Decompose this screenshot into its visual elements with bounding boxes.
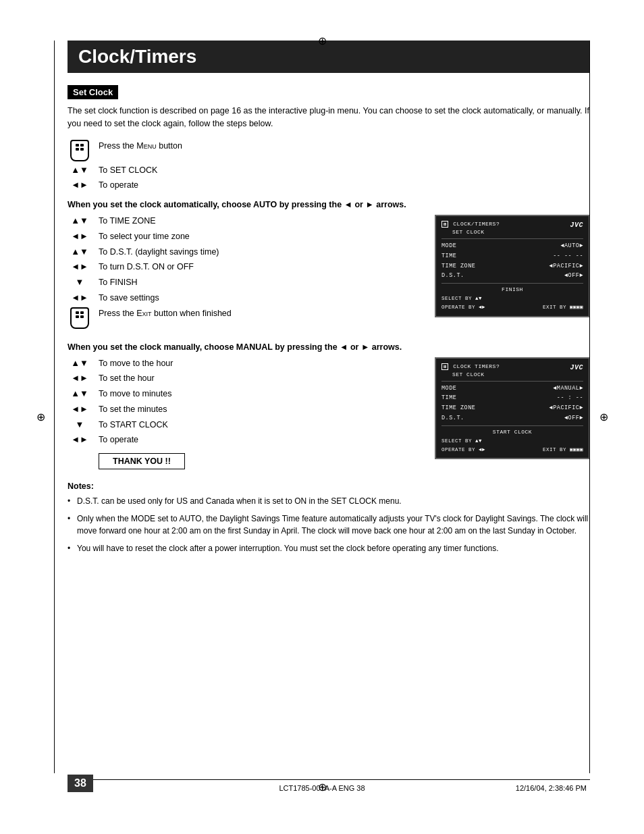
initial-step-2: ▲▼ To SET CLOCK xyxy=(68,164,590,177)
auto-section: ▲▼ To TIME ZONE ◄► To select your time z… xyxy=(68,215,590,332)
auto-instructions: ▲▼ To TIME ZONE ◄► To select your time z… xyxy=(68,215,421,332)
auto-updown-2: ▲▼ xyxy=(68,246,92,258)
manual-step-1: ▲▼ To move to the hour xyxy=(68,357,421,370)
auto-step-7-text: Press the Exit button when finished xyxy=(99,307,232,320)
notes-title: Notes: xyxy=(68,481,590,491)
manual-step-2: ◄► To set the hour xyxy=(68,372,421,385)
auto-down-1: ▼ xyxy=(68,276,92,288)
remote-icon-2 xyxy=(68,307,92,329)
manual-lr-3: ◄► xyxy=(68,434,92,446)
auto-step-4-text: To turn D.S.T. ON or OFF xyxy=(99,261,194,273)
manual-updown-1: ▲▼ xyxy=(68,357,92,369)
initial-step-1: Press the Menu button xyxy=(68,140,590,161)
page-number: 38 xyxy=(68,775,93,792)
manual-step-5: ▼ To START CLOCK xyxy=(68,419,421,432)
note-item-1: D.S.T. can be used only for US and Canad… xyxy=(68,495,590,507)
auto-step-2: ◄► To select your time zone xyxy=(68,230,421,243)
initial-step-3-text: To operate xyxy=(99,179,138,192)
note-item-3: You will have to reset the clock after a… xyxy=(68,542,590,554)
manual-section: ▲▼ To move to the hour ◄► To set the hou… xyxy=(68,357,590,470)
manual-step-5-text: To START CLOCK xyxy=(99,419,168,432)
initial-step-2-text: To SET CLOCK xyxy=(99,164,157,177)
vline-left xyxy=(54,41,55,773)
remote-icon-1 xyxy=(68,140,92,161)
auto-lr-2: ◄► xyxy=(68,261,92,273)
manual-step-6-text: To operate xyxy=(99,434,138,446)
auto-screen: 🖥 CLOCK/TIMERS? SET CLOCK JVC MODE◄AUTO►… xyxy=(435,215,590,332)
crosshair-left: ⊕ xyxy=(35,412,46,423)
initial-step-1-text: Press the Menu button xyxy=(99,140,182,153)
auto-step-3-text: To D.S.T. (daylight savings time) xyxy=(99,246,219,259)
vline-right xyxy=(589,41,590,773)
manual-tv-screen: 🖥 CLOCK TIMERS? SET CLOCK JVC MODE◄MANUA… xyxy=(435,357,590,460)
auto-step-5-text: To FINISH xyxy=(99,276,138,289)
manual-down-1: ▼ xyxy=(68,419,92,431)
manual-screen: 🖥 CLOCK TIMERS? SET CLOCK JVC MODE◄MANUA… xyxy=(435,357,590,470)
intro-text: The set clock function is described on p… xyxy=(68,105,590,130)
initial-step-3: ◄► To operate xyxy=(68,179,590,192)
crosshair-right: ⊕ xyxy=(598,412,609,423)
manual-step-3-text: To move to minutes xyxy=(99,388,171,400)
auto-heading: When you set the clock automatically, ch… xyxy=(68,200,590,209)
auto-lr-3: ◄► xyxy=(68,292,92,304)
thankyou-box: THANK YOU !! xyxy=(99,453,185,469)
manual-step-6: ◄► To operate xyxy=(68,434,421,446)
lr-arrow-1: ◄► xyxy=(68,179,92,191)
updown-arrow-1: ▲▼ xyxy=(68,164,92,176)
manual-step-1-text: To move to the hour xyxy=(99,357,173,370)
manual-lr-2: ◄► xyxy=(68,403,92,415)
manual-step-4-text: To set the minutes xyxy=(99,403,167,416)
manual-step-3: ▲▼ To move to minutes xyxy=(68,388,421,400)
crosshair-bottom: ⊕ xyxy=(317,781,327,792)
auto-lr-1: ◄► xyxy=(68,230,92,242)
page-container: ⊕ ⊕ ⊕ Clock/Timers Set Clock The set clo… xyxy=(0,0,644,834)
auto-step-3: ▲▼ To D.S.T. (daylight savings time) xyxy=(68,246,421,259)
auto-step-2-text: To select your time zone xyxy=(99,230,190,243)
auto-step-1: ▲▼ To TIME ZONE xyxy=(68,215,421,228)
auto-step-5: ▼ To FINISH xyxy=(68,276,421,289)
auto-step-6: ◄► To save settings xyxy=(68,292,421,305)
auto-step-7: Press the Exit button when finished xyxy=(68,307,421,329)
section-heading: Set Clock xyxy=(68,85,118,99)
auto-step-6-text: To save settings xyxy=(99,292,159,305)
auto-step-1-text: To TIME ZONE xyxy=(99,215,156,228)
manual-step-4: ◄► To set the minutes xyxy=(68,403,421,416)
auto-step-4: ◄► To turn D.S.T. ON or OFF xyxy=(68,261,421,273)
footer-right-text: 12/16/04, 2:38:46 PM xyxy=(516,784,587,792)
manual-heading: When you set the clock manually, choose … xyxy=(68,342,590,352)
manual-instructions: ▲▼ To move to the hour ◄► To set the hou… xyxy=(68,357,421,470)
auto-tv-screen: 🖥 CLOCK/TIMERS? SET CLOCK JVC MODE◄AUTO►… xyxy=(435,215,590,317)
notes-section: Notes: D.S.T. can be used only for US an… xyxy=(68,481,590,554)
page-title: Clock/Timers xyxy=(68,41,590,73)
manual-lr-1: ◄► xyxy=(68,372,92,384)
manual-updown-2: ▲▼ xyxy=(68,388,92,400)
crosshair-top: ⊕ xyxy=(317,35,327,46)
auto-updown-1: ▲▼ xyxy=(68,215,92,227)
note-item-2: Only when the MODE set to AUTO, the Dayl… xyxy=(68,513,590,537)
footer-line xyxy=(68,779,590,780)
manual-step-2-text: To set the hour xyxy=(99,372,155,385)
